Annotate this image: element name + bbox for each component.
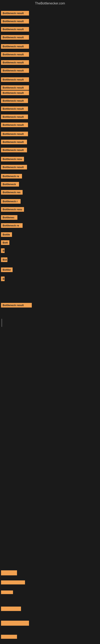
bottom-bar bbox=[1, 590, 13, 594]
bottleneck-bar: Bottleneck result bbox=[1, 106, 28, 111]
bar-row: Bottleneck re bbox=[1, 223, 23, 228]
bottleneck-bar: Bottleneck result bbox=[1, 35, 29, 40]
bar-row: Bottleneck result bbox=[1, 52, 29, 58]
bar-row: Bottleneck result bbox=[1, 77, 29, 83]
bar-row: Bottleneck result bbox=[1, 303, 32, 308]
bottleneck-bar: Bottle bbox=[1, 232, 12, 237]
bar-row: Bottleneck result bbox=[1, 165, 27, 170]
bottleneck-bar: Bottleneck result bbox=[1, 27, 29, 32]
bottleneck-bar: Bottleneck result bbox=[1, 140, 27, 144]
bar-row: Bottleneck result bbox=[1, 44, 29, 50]
bar-row: Bottleneck result bbox=[1, 35, 29, 40]
bottleneck-bar: Bottleneck resu bbox=[1, 157, 24, 162]
bar-row: Bottleneck result bbox=[1, 60, 29, 66]
bottleneck-bar: Bottleneck r bbox=[1, 199, 21, 204]
bar-row: B bbox=[1, 248, 4, 254]
bottleneck-bar: B bbox=[1, 276, 4, 281]
bottleneck-bar: Bottleneck result bbox=[1, 303, 32, 308]
bar-row: Bottleneck result bbox=[1, 68, 29, 74]
bottleneck-bar: Bottleneck bbox=[1, 182, 19, 186]
bottleneck-bar: Bottleneck result bbox=[1, 77, 29, 82]
bar-row: Bottlenec bbox=[1, 215, 17, 220]
bottleneck-bar: Bottleneck result bbox=[1, 114, 28, 119]
bar-row: Bottleneck result bbox=[1, 85, 29, 91]
bar-row: Bott bbox=[1, 240, 9, 246]
bottleneck-bar: Bottleneck resu bbox=[1, 207, 24, 212]
site-title: TheBottlenecker.com bbox=[0, 0, 100, 7]
bar-row: Bottleneck result bbox=[1, 106, 28, 112]
bottleneck-bar: Bottleneck result bbox=[1, 85, 29, 90]
bar-row: Bottleneck result bbox=[1, 98, 28, 104]
bar-row: Bot bbox=[1, 258, 7, 263]
bottom-bar bbox=[1, 621, 29, 626]
bottleneck-bar: Bottleneck result bbox=[1, 44, 29, 49]
bar-row: Bottler bbox=[1, 268, 13, 273]
bottleneck-bar: Bottlenec bbox=[1, 215, 17, 220]
bottleneck-bar: Bott bbox=[1, 240, 9, 245]
bar-row: Bottleneck result bbox=[1, 19, 29, 24]
bar-row: Bottleneck result bbox=[1, 27, 29, 32]
bar-row: Bottleneck resu bbox=[1, 157, 24, 162]
bottleneck-bar: Bottleneck result bbox=[1, 11, 29, 16]
cursor-line bbox=[1, 319, 2, 327]
bottom-bar bbox=[1, 606, 21, 611]
bottleneck-bar: Bottleneck result bbox=[1, 90, 29, 95]
bar-row: Bottleneck bbox=[1, 182, 19, 187]
bottleneck-bar: Bot bbox=[1, 258, 7, 262]
bottom-bar bbox=[1, 635, 17, 639]
bar-row: Bottleneck result bbox=[1, 148, 27, 153]
bar-row: Bottleneck result bbox=[1, 90, 29, 96]
bar-row: Bottleneck res bbox=[1, 190, 23, 196]
bottleneck-bar: Bottleneck result bbox=[1, 68, 29, 73]
bottleneck-bar: Bottleneck result bbox=[1, 165, 27, 170]
bottleneck-bar: Bottleneck re bbox=[1, 223, 23, 228]
bottleneck-bar: B bbox=[1, 248, 4, 253]
bar-row: Bottleneck re bbox=[1, 174, 22, 179]
bar-row: Bottleneck result bbox=[1, 140, 27, 145]
bottom-bar bbox=[1, 570, 17, 575]
bar-row: Bottleneck result bbox=[1, 122, 28, 128]
bottleneck-bar: Bottleneck result bbox=[1, 98, 28, 103]
bottleneck-bar: Bottleneck result bbox=[1, 52, 29, 57]
bottleneck-bar: Bottleneck result bbox=[1, 122, 28, 127]
bar-row: Bottleneck result bbox=[1, 114, 28, 120]
bar-row: B bbox=[1, 276, 4, 282]
bottleneck-bar: Bottleneck re bbox=[1, 174, 22, 178]
bar-row: Bottle bbox=[1, 232, 12, 238]
bars-container: Bottleneck resultBottleneck resultBottle… bbox=[0, 7, 100, 644]
bottleneck-bar: Bottleneck res bbox=[1, 190, 23, 194]
bar-row: Bottleneck resu bbox=[1, 207, 24, 212]
bottleneck-bar: Bottleneck result bbox=[1, 60, 29, 65]
bar-row: Bottleneck r bbox=[1, 199, 21, 204]
bar-row: Bottleneck result bbox=[1, 11, 29, 16]
bottom-bar bbox=[1, 580, 25, 584]
bar-row: Bottleneck result bbox=[1, 132, 28, 137]
bottleneck-bar: Bottleneck result bbox=[1, 148, 27, 152]
bottleneck-bar: Bottleneck result bbox=[1, 132, 28, 136]
bottleneck-bar: Bottler bbox=[1, 268, 13, 272]
bottleneck-bar: Bottleneck result bbox=[1, 19, 29, 24]
